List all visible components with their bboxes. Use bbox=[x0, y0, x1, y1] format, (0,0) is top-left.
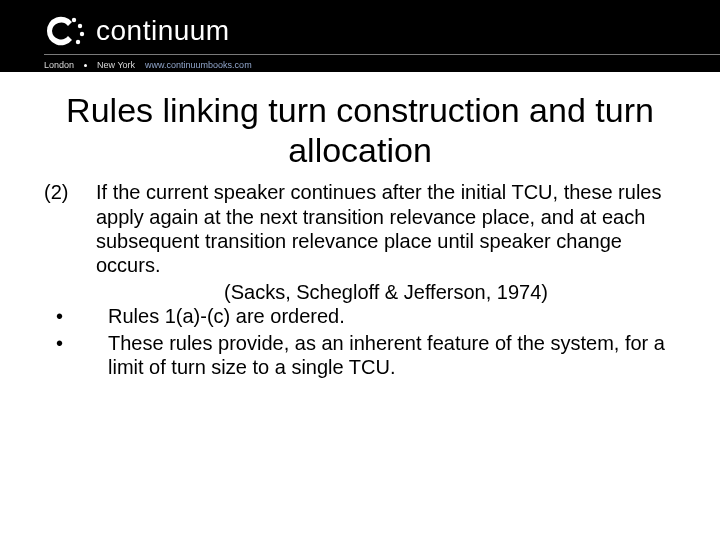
bullet-icon: • bbox=[40, 304, 108, 328]
item-text: If the current speaker continues after t… bbox=[96, 180, 680, 278]
header-footer: London New York www.continuumbooks.com bbox=[44, 60, 252, 70]
slide-title: Rules linking turn construction and turn… bbox=[40, 90, 680, 170]
svg-point-3 bbox=[76, 40, 80, 44]
footer-city-1: London bbox=[44, 60, 74, 70]
svg-point-0 bbox=[72, 18, 76, 22]
bullet-icon: • bbox=[40, 331, 108, 380]
brand-logo: continuum bbox=[44, 14, 230, 48]
svg-point-1 bbox=[78, 24, 82, 28]
citation-line: (Sacks, Schegloff & Jefferson, 1974) bbox=[92, 280, 680, 304]
bullet-text: Rules 1(a)-(c) are ordered. bbox=[108, 304, 680, 328]
footer-url: www.continuumbooks.com bbox=[145, 60, 252, 70]
item-marker: (2) bbox=[40, 180, 96, 278]
slide-body: Rules linking turn construction and turn… bbox=[0, 72, 720, 379]
slide-content: (2) If the current speaker continues aft… bbox=[40, 180, 680, 379]
header-bar: continuum London New York www.continuumb… bbox=[0, 0, 720, 72]
brand-logo-icon bbox=[44, 14, 86, 48]
bullet-text: These rules provide, as an inherent feat… bbox=[108, 331, 680, 380]
bullet-item: • Rules 1(a)-(c) are ordered. bbox=[40, 304, 680, 328]
bullet-item: • These rules provide, as an inherent fe… bbox=[40, 331, 680, 380]
brand-name: continuum bbox=[96, 15, 230, 47]
header-divider bbox=[44, 54, 720, 55]
svg-point-2 bbox=[80, 32, 84, 36]
footer-city-2: New York bbox=[97, 60, 135, 70]
numbered-item: (2) If the current speaker continues aft… bbox=[40, 180, 680, 278]
dot-separator-icon bbox=[84, 64, 87, 67]
